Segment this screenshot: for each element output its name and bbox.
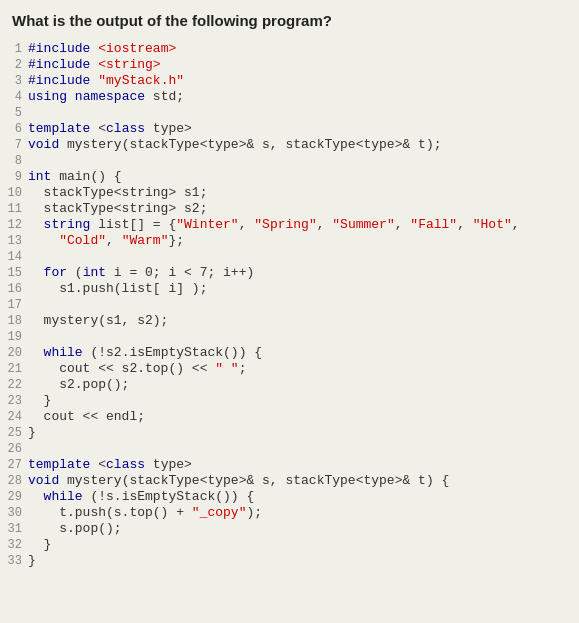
code-area: 1#include <iostream>2#include <string>3#… (0, 39, 579, 571)
line-number: 33 (0, 553, 28, 569)
line-content (28, 329, 36, 345)
line-number: 26 (0, 441, 28, 457)
line-content: while (!s.isEmptyStack()) { (28, 489, 254, 505)
line-content: template <class type> (28, 121, 192, 137)
code-line: 32 } (0, 537, 579, 553)
line-number: 21 (0, 361, 28, 377)
code-line: 31 s.pop(); (0, 521, 579, 537)
line-number: 30 (0, 505, 28, 521)
line-content: using namespace std; (28, 89, 184, 105)
question: What is the output of the following prog… (0, 12, 579, 39)
code-line: 6template <class type> (0, 121, 579, 137)
line-number: 19 (0, 329, 28, 345)
code-line: 10 stackType<string> s1; (0, 185, 579, 201)
line-number: 5 (0, 105, 28, 121)
line-content: mystery(s1, s2); (28, 313, 168, 329)
line-number: 13 (0, 233, 28, 249)
line-number: 24 (0, 409, 28, 425)
line-content: s.pop(); (28, 521, 122, 537)
line-number: 1 (0, 41, 28, 57)
code-line: 11 stackType<string> s2; (0, 201, 579, 217)
line-content: cout << s2.top() << " "; (28, 361, 246, 377)
line-content: while (!s2.isEmptyStack()) { (28, 345, 262, 361)
line-number: 29 (0, 489, 28, 505)
line-content: string list[] = {"Winter", "Spring", "Su… (28, 217, 520, 233)
line-number: 17 (0, 297, 28, 313)
code-line: 12 string list[] = {"Winter", "Spring", … (0, 217, 579, 233)
line-number: 23 (0, 393, 28, 409)
line-content (28, 153, 36, 169)
code-line: 16 s1.push(list[ i] ); (0, 281, 579, 297)
line-content: void mystery(stackType<type>& s, stackTy… (28, 473, 449, 489)
line-number: 27 (0, 457, 28, 473)
code-line: 15 for (int i = 0; i < 7; i++) (0, 265, 579, 281)
code-line: 33} (0, 553, 579, 569)
code-line: 5 (0, 105, 579, 121)
line-content (28, 297, 36, 313)
code-line: 17 (0, 297, 579, 313)
code-line: 26 (0, 441, 579, 457)
code-line: 9int main() { (0, 169, 579, 185)
code-line: 30 t.push(s.top() + "_copy"); (0, 505, 579, 521)
line-content: s1.push(list[ i] ); (28, 281, 207, 297)
line-number: 16 (0, 281, 28, 297)
code-line: 2#include <string> (0, 57, 579, 73)
line-number: 14 (0, 249, 28, 265)
line-number: 9 (0, 169, 28, 185)
line-number: 3 (0, 73, 28, 89)
code-line: 28void mystery(stackType<type>& s, stack… (0, 473, 579, 489)
code-line: 14 (0, 249, 579, 265)
line-content (28, 249, 36, 265)
code-line: 21 cout << s2.top() << " "; (0, 361, 579, 377)
line-content: } (28, 393, 51, 409)
code-line: 22 s2.pop(); (0, 377, 579, 393)
code-line: 20 while (!s2.isEmptyStack()) { (0, 345, 579, 361)
code-line: 8 (0, 153, 579, 169)
line-number: 28 (0, 473, 28, 489)
code-line: 25} (0, 425, 579, 441)
line-number: 31 (0, 521, 28, 537)
line-content: t.push(s.top() + "_copy"); (28, 505, 262, 521)
line-number: 22 (0, 377, 28, 393)
line-content: s2.pop(); (28, 377, 129, 393)
line-number: 20 (0, 345, 28, 361)
line-content: int main() { (28, 169, 122, 185)
line-content: "Cold", "Warm"}; (28, 233, 184, 249)
code-line: 23 } (0, 393, 579, 409)
code-line: 13 "Cold", "Warm"}; (0, 233, 579, 249)
line-content: stackType<string> s1; (28, 185, 207, 201)
code-line: 29 while (!s.isEmptyStack()) { (0, 489, 579, 505)
line-content: for (int i = 0; i < 7; i++) (28, 265, 254, 281)
line-content: template <class type> (28, 457, 192, 473)
line-content: cout << endl; (28, 409, 145, 425)
code-line: 3#include "myStack.h" (0, 73, 579, 89)
line-content (28, 441, 36, 457)
line-number: 11 (0, 201, 28, 217)
code-line: 19 (0, 329, 579, 345)
line-number: 2 (0, 57, 28, 73)
line-number: 15 (0, 265, 28, 281)
line-content: #include <string> (28, 57, 161, 73)
line-number: 8 (0, 153, 28, 169)
line-content: } (28, 553, 36, 569)
line-number: 18 (0, 313, 28, 329)
line-number: 7 (0, 137, 28, 153)
line-number: 6 (0, 121, 28, 137)
code-line: 7void mystery(stackType<type>& s, stackT… (0, 137, 579, 153)
line-number: 10 (0, 185, 28, 201)
line-number: 25 (0, 425, 28, 441)
line-number: 12 (0, 217, 28, 233)
line-content: } (28, 425, 36, 441)
line-number: 4 (0, 89, 28, 105)
code-line: 24 cout << endl; (0, 409, 579, 425)
line-content: #include "myStack.h" (28, 73, 184, 89)
line-content (28, 105, 36, 121)
line-content: stackType<string> s2; (28, 201, 207, 217)
line-content: #include <iostream> (28, 41, 176, 57)
line-content: } (28, 537, 51, 553)
code-line: 27template <class type> (0, 457, 579, 473)
code-line: 1#include <iostream> (0, 41, 579, 57)
line-number: 32 (0, 537, 28, 553)
code-line: 4using namespace std; (0, 89, 579, 105)
code-line: 18 mystery(s1, s2); (0, 313, 579, 329)
